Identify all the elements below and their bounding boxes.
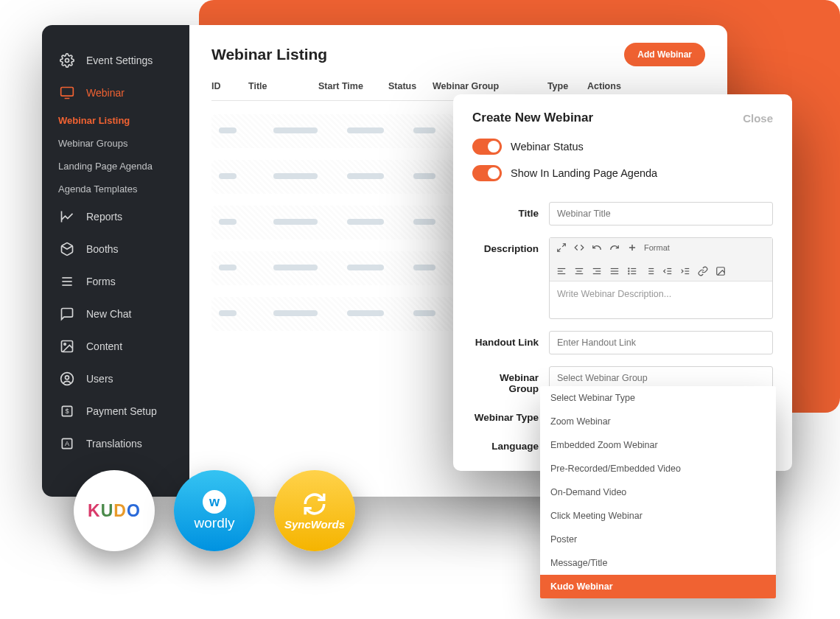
toggle-label: Webinar Status: [511, 141, 584, 153]
sidebar-item-label: Users: [86, 373, 113, 385]
page-title: Webinar Listing: [211, 46, 327, 63]
col-type: Type: [528, 81, 587, 91]
dropdown-option[interactable]: Click Meeting Webinar: [540, 504, 776, 528]
webinar-type-dropdown: Select Webinar Type Zoom Webinar Embedde…: [540, 386, 776, 598]
toggle-label: Show In Landing Page Agenda: [511, 167, 657, 179]
field-description-row: Description Format: [472, 237, 773, 319]
col-status: Status: [388, 81, 433, 91]
field-label: Title: [472, 202, 549, 219]
sidebar-sub-webinar-groups[interactable]: Webinar Groups: [42, 132, 189, 155]
toggle-webinar-status-row: Webinar Status: [472, 139, 773, 155]
sidebar-sub-landing-page-agenda[interactable]: Landing Page Agenda: [42, 155, 189, 178]
user-icon: [58, 371, 76, 386]
sidebar-item-content[interactable]: Content: [42, 330, 189, 363]
svg-line-14: [562, 244, 565, 247]
col-group: Webinar Group: [433, 81, 528, 91]
sidebar-item-reports[interactable]: Reports: [42, 200, 189, 233]
dropdown-option-selected[interactable]: Kudo Webinar: [540, 575, 776, 598]
sidebar-item-label: Booths: [86, 243, 119, 255]
sidebar-item-forms[interactable]: Forms: [42, 265, 189, 298]
box-icon: [58, 242, 76, 256]
col-actions: Actions: [587, 81, 646, 91]
indent-icon[interactable]: [679, 265, 691, 277]
align-justify-icon[interactable]: [609, 265, 620, 277]
sidebar-item-users[interactable]: Users: [42, 363, 189, 395]
sidebar-item-label: Webinar: [86, 87, 125, 99]
format-dropdown[interactable]: Format: [644, 243, 670, 252]
toggle-show-agenda-row: Show In Landing Page Agenda: [472, 165, 773, 181]
expand-icon[interactable]: [556, 242, 567, 253]
link-icon[interactable]: [697, 265, 709, 277]
redo-icon[interactable]: [609, 242, 620, 253]
handout-link-input[interactable]: [549, 331, 773, 354]
plus-icon[interactable]: [626, 242, 638, 253]
sidebar-item-webinar[interactable]: Webinar: [42, 77, 189, 109]
svg-point-9: [66, 376, 69, 380]
svg-point-0: [66, 59, 69, 63]
field-label: Webinar Group: [472, 366, 549, 394]
sidebar-item-booths[interactable]: Booths: [42, 233, 189, 265]
monitor-icon: [58, 85, 76, 100]
description-input[interactable]: Write Webinar Description...: [550, 281, 772, 318]
code-icon[interactable]: [573, 242, 585, 253]
add-webinar-button[interactable]: Add Webinar: [624, 43, 705, 66]
create-panel-header: Create New Webinar Close: [472, 111, 773, 125]
svg-text:$: $: [65, 408, 69, 415]
sidebar-item-payment-setup[interactable]: $ Payment Setup: [42, 395, 189, 427]
sidebar-item-label: Translations: [86, 438, 142, 450]
outdent-icon[interactable]: [662, 265, 673, 277]
field-label: Language: [472, 435, 549, 452]
sidebar-sub-agenda-templates[interactable]: Agenda Templates: [42, 178, 189, 200]
field-label: Handout Link: [472, 331, 549, 348]
field-title-row: Title: [472, 202, 773, 225]
kudo-logo-text: KUDO: [88, 501, 141, 521]
sidebar-sub-webinar-listing[interactable]: Webinar Listing: [42, 109, 189, 132]
col-id: ID: [211, 81, 248, 91]
col-title: Title: [248, 81, 318, 91]
title-input[interactable]: [549, 202, 773, 225]
integration-logos: KUDO w wordly SyncWords: [74, 470, 355, 551]
dropdown-option[interactable]: Message/Title: [540, 551, 776, 575]
toggle-webinar-status[interactable]: [472, 139, 502, 155]
translate-icon: A: [58, 436, 76, 451]
numbered-list-icon[interactable]: [644, 265, 656, 277]
sidebar-item-event-settings[interactable]: Event Settings: [42, 44, 189, 77]
sidebar-item-label: Payment Setup: [86, 405, 157, 417]
align-left-icon[interactable]: [556, 265, 567, 277]
field-label: Description: [472, 237, 549, 254]
chat-icon: [58, 307, 76, 321]
image-insert-icon[interactable]: [715, 265, 727, 277]
sidebar-item-label: Forms: [86, 276, 116, 287]
undo-icon[interactable]: [591, 242, 603, 253]
sidebar-item-translations[interactable]: A Translations: [42, 427, 189, 460]
dropdown-option[interactable]: Select Webinar Type: [540, 386, 776, 410]
sidebar-item-new-chat[interactable]: New Chat: [42, 298, 189, 330]
toggle-show-agenda[interactable]: [472, 165, 502, 181]
align-center-icon[interactable]: [573, 265, 585, 277]
close-button[interactable]: Close: [743, 112, 773, 125]
dropdown-option[interactable]: Pre-Recorded/Embedded Video: [540, 457, 776, 480]
col-start-time: Start Time: [318, 81, 388, 91]
field-label: Webinar Type: [472, 406, 549, 423]
wordly-icon: w: [203, 490, 226, 514]
syncwords-logo: SyncWords: [274, 470, 355, 551]
wordly-logo-text: wordly: [195, 515, 235, 531]
svg-point-31: [629, 270, 629, 271]
svg-line-15: [558, 248, 561, 251]
bullet-list-icon[interactable]: [626, 265, 638, 277]
sidebar-item-label: New Chat: [86, 308, 131, 320]
svg-point-30: [629, 268, 629, 269]
dropdown-option[interactable]: Zoom Webinar: [540, 410, 776, 433]
page-header: Webinar Listing Add Webinar: [211, 43, 705, 66]
kudo-logo: KUDO: [74, 470, 155, 551]
align-right-icon[interactable]: [591, 265, 603, 277]
syncwords-logo-text: SyncWords: [284, 518, 345, 531]
sidebar-item-label: Content: [86, 340, 122, 352]
wordly-logo: w wordly: [174, 470, 255, 551]
sidebar: Event Settings Webinar Webinar Listing W…: [42, 25, 189, 497]
dropdown-option[interactable]: Embedded Zoom Webinar: [540, 433, 776, 457]
rich-text-editor: Format Write Webinar Description...: [549, 237, 773, 319]
svg-point-32: [629, 273, 629, 274]
dropdown-option[interactable]: On-Demand Video: [540, 480, 776, 504]
dropdown-option[interactable]: Poster: [540, 528, 776, 551]
